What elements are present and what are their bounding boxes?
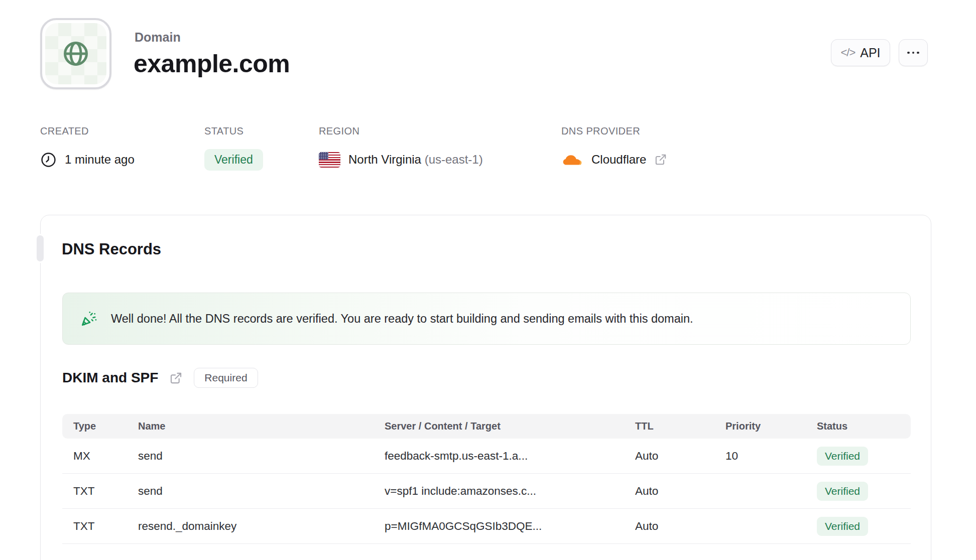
column-header-ttl: TTL	[624, 421, 714, 432]
cell-name: resend._domainkey	[127, 520, 374, 533]
cell-priority: 10	[714, 450, 806, 463]
column-header-status: Status	[806, 421, 911, 432]
cell-name: send	[127, 450, 374, 463]
column-header-content: Server / Content / Target	[374, 421, 624, 432]
card-scroll-pill	[35, 234, 45, 263]
party-popper-icon	[80, 310, 98, 328]
code-icon: </>	[840, 46, 855, 59]
table-header-row: Type Name Server / Content / Target TTL …	[62, 414, 911, 439]
cell-type: MX	[62, 450, 127, 463]
dkim-spf-section-header: DKIM and SPF Required	[62, 366, 258, 390]
cell-content: feedback-smtp.us-east-1.a...	[374, 450, 624, 463]
cell-name: send	[127, 485, 374, 498]
cell-content: v=spf1 include:amazonses.c...	[374, 485, 624, 498]
table-row[interactable]: MX send feedback-smtp.us-east-1.a... Aut…	[62, 439, 911, 474]
verified-badge: Verified	[817, 482, 868, 501]
table-row[interactable]: TXT resend._domainkey p=MIGfMA0GCSqGSIb3…	[62, 509, 911, 544]
external-link-icon[interactable]	[169, 371, 183, 385]
table-row[interactable]: TXT send v=spf1 include:amazonses.c... A…	[62, 474, 911, 509]
us-flag-icon	[319, 152, 340, 168]
dns-records-title: DNS Records	[62, 240, 161, 258]
cell-ttl: Auto	[624, 450, 714, 463]
region-text: North Virginia (us-east-1)	[348, 153, 483, 167]
created-label: CREATED	[40, 125, 89, 137]
dns-provider-value[interactable]: Cloudflare	[561, 149, 667, 171]
column-header-type: Type	[62, 421, 127, 432]
verified-badge: Verified	[817, 517, 868, 536]
cloudflare-icon	[561, 152, 583, 167]
cell-ttl: Auto	[624, 520, 714, 533]
cell-type: TXT	[62, 485, 127, 498]
page-title: example.com	[134, 49, 290, 78]
region-code: (us-east-1)	[425, 153, 483, 166]
dns-records-table: Type Name Server / Content / Target TTL …	[62, 414, 911, 544]
domain-detail-page: Domain example.com </> API CREATED 1 min…	[0, 0, 976, 560]
globe-icon	[60, 38, 92, 70]
region-value: North Virginia (us-east-1)	[319, 149, 483, 171]
created-text: 1 minute ago	[65, 153, 135, 167]
success-banner: Well done! All the DNS records are verif…	[62, 293, 911, 345]
status-label: STATUS	[204, 125, 243, 137]
ellipsis-icon	[907, 52, 919, 54]
region-label: REGION	[319, 125, 359, 137]
column-header-name: Name	[127, 421, 374, 432]
cell-content: p=MIGfMA0GCSqGSIb3DQE...	[374, 520, 624, 533]
domain-avatar	[40, 18, 111, 89]
dns-provider-label: DNS PROVIDER	[561, 125, 640, 137]
region-name: North Virginia	[348, 153, 421, 166]
external-link-icon[interactable]	[654, 153, 667, 166]
clock-icon	[40, 152, 57, 168]
dns-provider-text: Cloudflare	[591, 153, 646, 167]
cell-ttl: Auto	[624, 485, 714, 498]
verified-badge: Verified	[817, 447, 868, 466]
cell-status: Verified	[806, 482, 911, 501]
domain-avatar-pattern	[45, 23, 106, 84]
domain-eyebrow-label: Domain	[135, 30, 181, 45]
cell-status: Verified	[806, 447, 911, 466]
api-button-label: API	[860, 46, 880, 60]
dkim-spf-title: DKIM and SPF	[62, 370, 158, 386]
required-badge: Required	[194, 368, 258, 388]
cell-type: TXT	[62, 520, 127, 533]
cell-status: Verified	[806, 517, 911, 536]
status-value: Verified	[204, 149, 263, 171]
status-badge: Verified	[204, 149, 263, 171]
success-banner-text: Well done! All the DNS records are verif…	[111, 312, 693, 326]
column-header-priority: Priority	[714, 421, 806, 432]
more-options-button[interactable]	[899, 39, 928, 66]
api-button[interactable]: </> API	[831, 39, 890, 66]
dns-records-card: DNS Records Well done! All the DNS recor…	[40, 215, 931, 560]
created-value: 1 minute ago	[40, 149, 135, 171]
